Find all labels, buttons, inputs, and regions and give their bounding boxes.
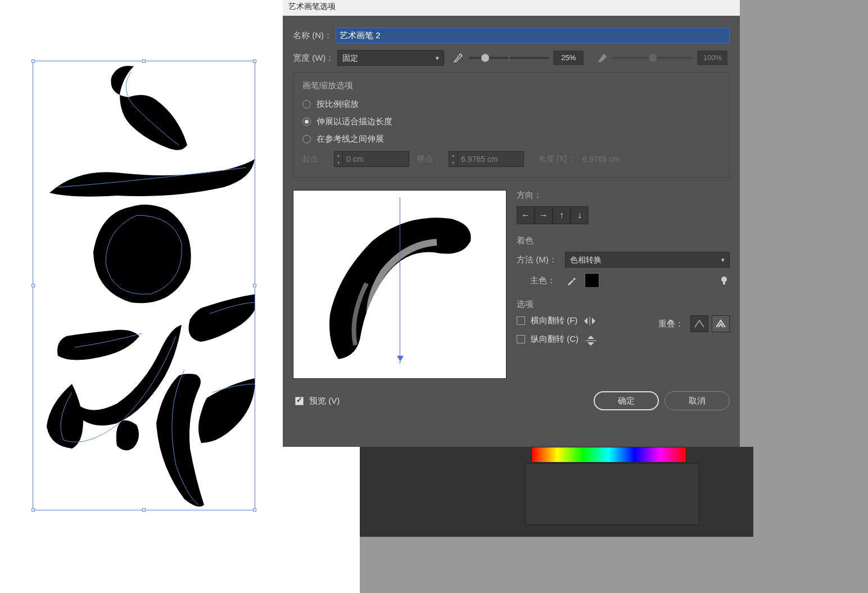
options-title: 选项 (517, 299, 730, 310)
pressure-min-icon (452, 52, 464, 64)
cancel-button[interactable]: 取消 (664, 391, 730, 410)
direction-left-button[interactable]: ← (517, 206, 535, 224)
dialog-title: 艺术画笔选项 (283, 0, 740, 16)
artwork-calligraphy (33, 61, 255, 510)
keycolor-label: 主色： (530, 275, 555, 286)
flip-v-icon (584, 335, 598, 344)
ok-button[interactable]: 确定 (594, 391, 659, 410)
panel-strip (525, 463, 699, 525)
direction-up-button[interactable]: ↑ (553, 206, 571, 224)
overlap-label: 重叠： (658, 319, 684, 329)
width-min-slider[interactable] (469, 57, 549, 59)
scale-proportional-radio[interactable]: 按比例缩放 (302, 99, 720, 110)
overlap-none-button[interactable] (690, 315, 708, 332)
flip-vertical-checkbox[interactable]: 纵向翻转 (C) (517, 334, 658, 345)
keycolor-swatch[interactable] (585, 273, 599, 288)
color-spectrum[interactable] (531, 447, 686, 463)
direction-right-button[interactable]: → (535, 206, 553, 224)
tint-title: 着色 (517, 236, 730, 246)
direction-label: 方向： (517, 190, 730, 201)
end-label: 终点： (417, 154, 441, 164)
width-label: 宽度 (W)： (293, 53, 334, 64)
name-input[interactable] (336, 28, 730, 43)
length-value: 6.9765 cm (583, 155, 620, 164)
flip-h-icon (583, 316, 596, 325)
tint-method-label: 方法 (M)： (517, 255, 557, 265)
start-label: 起点： (302, 154, 326, 164)
art-brush-options-dialog: 艺术画笔选项 名称 (N)： 宽度 (W)： 固定 25% (283, 0, 740, 447)
tips-icon[interactable] (718, 275, 730, 286)
overlap-merge-button[interactable] (712, 315, 730, 332)
eyedropper-icon[interactable] (566, 274, 578, 287)
length-label: 长度 (X)： (539, 154, 575, 164)
svg-point-0 (721, 277, 727, 282)
width-max-slider (613, 57, 693, 59)
direction-arrow-icon (400, 197, 400, 364)
svg-rect-1 (723, 282, 725, 284)
brush-scale-panel: 画笔缩放选项 按比例缩放 伸展以适合描边长度 在参考线之间伸展 起点： ▴▾ 0… (293, 72, 730, 178)
width-mode-dropdown[interactable]: 固定 (337, 50, 444, 66)
flip-horizontal-checkbox[interactable]: 横向翻转 (F) (517, 315, 658, 326)
tint-method-dropdown[interactable]: 色相转换 (565, 252, 730, 268)
pressure-max-icon (596, 52, 608, 64)
scale-panel-title: 画笔缩放选项 (302, 80, 720, 91)
width-max-value: 100% (697, 51, 727, 65)
end-spinner: ▴▾ 6.9765 cm (449, 151, 524, 167)
preview-checkbox[interactable]: 预览 (V) (295, 396, 340, 406)
width-min-value[interactable]: 25% (553, 51, 584, 65)
start-spinner: ▴▾ 0 cm (334, 151, 409, 167)
direction-down-button[interactable]: ↓ (571, 206, 589, 224)
brush-preview (293, 190, 507, 379)
name-label: 名称 (N)： (293, 30, 332, 41)
scale-stretch-radio[interactable]: 伸展以适合描边长度 (302, 116, 720, 127)
scale-guides-radio[interactable]: 在参考线之间伸展 (302, 134, 720, 144)
